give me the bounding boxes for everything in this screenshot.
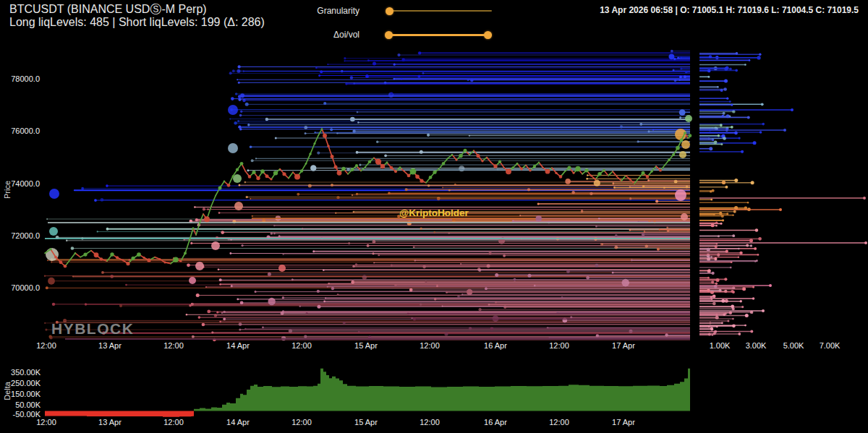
time-tick: 17 Apr bbox=[602, 341, 645, 350]
size-tick: 1.00K bbox=[702, 341, 738, 350]
size-tick: 7.00K bbox=[812, 341, 848, 350]
price-tick: 76000.0 bbox=[0, 127, 40, 135]
liq-levels-summary: Long liqLevels: 485 | Short liqLevels: 1… bbox=[9, 16, 265, 29]
granularity-track[interactable] bbox=[389, 10, 492, 12]
delta-time-tick: 17 Apr bbox=[602, 418, 645, 426]
delta-time-tick: 13 Apr bbox=[88, 418, 132, 426]
price-tick: 78000.0 bbox=[0, 74, 40, 83]
delta-time-tick: 12:00 bbox=[280, 418, 323, 426]
delta-time-tick: 12:00 bbox=[25, 418, 68, 426]
delta-time-tick: 14 Apr bbox=[216, 418, 260, 426]
price-tick: 74000.0 bbox=[0, 179, 40, 188]
credit-watermark: @KriptoHolder bbox=[399, 207, 469, 218]
oi-vol-slider[interactable] bbox=[385, 30, 495, 39]
oi-vol-label: Δoi/vol bbox=[273, 30, 359, 40]
size-tick: 5.00K bbox=[775, 341, 812, 350]
oi-vol-handle-high[interactable] bbox=[484, 31, 492, 39]
size-tick: 3.00K bbox=[738, 341, 774, 350]
delta-tick: 50.00K bbox=[0, 400, 41, 409]
oi-vol-track[interactable] bbox=[389, 34, 492, 36]
symbol-title: BTCUSDT (BINANCE USDⓈ-M Perp) bbox=[9, 3, 265, 16]
price-tick: 72000.0 bbox=[0, 231, 40, 240]
time-tick: 16 Apr bbox=[474, 341, 517, 350]
delta-tick: 150.00K bbox=[0, 390, 41, 398]
granularity-label: Granularity bbox=[273, 6, 359, 16]
time-tick: 14 Apr bbox=[216, 341, 260, 350]
time-tick: 12:00 bbox=[152, 341, 195, 350]
granularity-slider[interactable] bbox=[385, 7, 495, 15]
granularity-handle[interactable] bbox=[386, 7, 393, 15]
delta-time-tick: 12:00 bbox=[537, 418, 581, 426]
time-tick: 12:00 bbox=[25, 341, 68, 350]
ohlc-readout: 13 Apr 2026 06:58 | O: 71005.1 H: 71019.… bbox=[600, 5, 859, 15]
delta-time-tick: 15 Apr bbox=[344, 418, 388, 426]
header-left: BTCUSDT (BINANCE USDⓈ-M Perp) Long liqLe… bbox=[9, 3, 265, 29]
time-tick: 12:00 bbox=[280, 341, 323, 350]
brand-watermark: HYBLOCK bbox=[51, 320, 134, 338]
time-tick: 12:00 bbox=[408, 341, 451, 350]
delta-time-tick: 12:00 bbox=[152, 418, 195, 426]
delta-time-tick: 12:00 bbox=[408, 418, 451, 426]
time-tick: 12:00 bbox=[537, 341, 581, 350]
delta-time-tick: 16 Apr bbox=[474, 418, 517, 426]
delta-tick: -50.00K bbox=[0, 410, 41, 419]
oi-vol-handle-low[interactable] bbox=[385, 31, 393, 39]
time-tick: 15 Apr bbox=[344, 341, 388, 350]
time-tick: 13 Apr bbox=[88, 341, 132, 350]
delta-tick: 250.00K bbox=[0, 379, 41, 387]
price-tick: 70000.0 bbox=[0, 283, 40, 292]
delta-tick: 350.00K bbox=[0, 368, 41, 377]
